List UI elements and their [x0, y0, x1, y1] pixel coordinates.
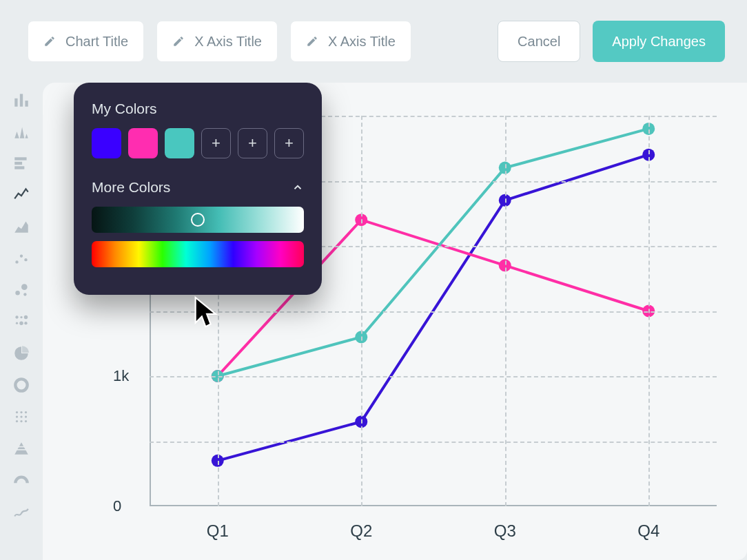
scatter-chart-icon[interactable] [12, 249, 30, 267]
add-color-swatch[interactable]: + [274, 128, 304, 158]
color-swatch[interactable] [165, 128, 194, 158]
svg-point-15 [16, 322, 18, 324]
add-color-swatch[interactable]: + [238, 128, 267, 158]
svg-rect-28 [16, 449, 26, 450]
shade-slider[interactable] [92, 207, 304, 233]
hbar-chart-icon[interactable] [12, 154, 30, 172]
x-axis-title-label-2: X Axis Title [328, 34, 396, 50]
add-color-swatch[interactable]: + [201, 128, 231, 158]
spike-chart-icon[interactable] [12, 123, 30, 141]
y-tick-label: 1k [113, 367, 129, 385]
my-colors-heading: My Colors [92, 101, 304, 117]
svg-point-10 [21, 284, 28, 290]
trend-chart-icon[interactable] [12, 503, 30, 521]
svg-point-25 [16, 420, 18, 422]
svg-point-20 [20, 411, 22, 413]
bubble-grid-icon[interactable] [12, 313, 30, 331]
dot-matrix-icon[interactable] [12, 408, 30, 426]
y-tick-label: 0 [113, 497, 121, 515]
area-chart-icon[interactable] [12, 218, 30, 236]
cancel-button[interactable]: Cancel [498, 21, 580, 62]
svg-rect-29 [18, 446, 25, 448]
chevron-up-icon [291, 181, 304, 194]
color-swatch[interactable] [92, 128, 121, 158]
shade-slider-handle[interactable] [191, 213, 205, 227]
svg-point-22 [16, 415, 18, 417]
more-colors-label: More Colors [92, 179, 170, 196]
donut-chart-icon[interactable] [12, 376, 30, 394]
pencil-icon [172, 35, 185, 48]
svg-point-8 [24, 258, 27, 261]
svg-point-24 [25, 415, 27, 417]
svg-point-17 [24, 322, 27, 324]
svg-point-14 [24, 315, 28, 319]
svg-point-21 [25, 411, 27, 413]
pencil-icon [43, 35, 56, 48]
svg-point-13 [20, 316, 22, 318]
chart-type-sidebar [0, 83, 43, 560]
chart-canvas: 01kQ1Q2Q3Q4 My Colors +++ More Colors [43, 83, 747, 560]
svg-rect-2 [25, 101, 28, 107]
x-tick-label: Q2 [350, 521, 372, 541]
x-tick-label: Q3 [494, 521, 516, 541]
svg-rect-0 [14, 98, 17, 107]
apply-button[interactable]: Apply Changes [593, 21, 725, 62]
pie-chart-icon[interactable] [12, 344, 30, 362]
x-axis-title-input-2[interactable]: X Axis Title [290, 21, 411, 62]
svg-point-27 [25, 420, 27, 422]
hue-slider[interactable] [92, 241, 304, 267]
x-axis-title-input-1[interactable]: X Axis Title [156, 21, 278, 62]
x-tick-label: Q1 [207, 521, 229, 541]
svg-rect-3 [14, 157, 26, 160]
svg-point-16 [19, 321, 23, 324]
chart-title-label: Chart Title [65, 34, 128, 50]
svg-point-7 [20, 255, 23, 258]
line-chart-icon[interactable] [12, 186, 30, 204]
color-picker-popover: My Colors +++ More Colors [74, 83, 322, 295]
svg-point-11 [23, 293, 26, 295]
x-axis-title-label-1: X Axis Title [194, 34, 262, 50]
gauge-chart-icon[interactable] [12, 471, 30, 489]
bar-chart-icon[interactable] [12, 91, 30, 109]
svg-point-12 [15, 315, 18, 318]
svg-point-18 [15, 379, 27, 391]
svg-point-9 [15, 291, 19, 295]
svg-point-23 [20, 415, 22, 417]
svg-point-26 [20, 420, 22, 422]
more-colors-toggle[interactable]: More Colors [92, 179, 304, 196]
chart-title-input[interactable]: Chart Title [28, 21, 144, 62]
svg-rect-1 [20, 94, 23, 106]
pyramid-chart-icon[interactable] [12, 439, 30, 457]
svg-point-6 [15, 260, 18, 263]
svg-rect-5 [14, 166, 24, 169]
svg-rect-4 [14, 162, 22, 165]
svg-point-19 [16, 411, 18, 413]
color-swatch[interactable] [128, 128, 158, 158]
x-tick-label: Q4 [637, 521, 659, 541]
pencil-icon [306, 35, 318, 48]
bubble-chart-icon[interactable] [12, 281, 30, 299]
